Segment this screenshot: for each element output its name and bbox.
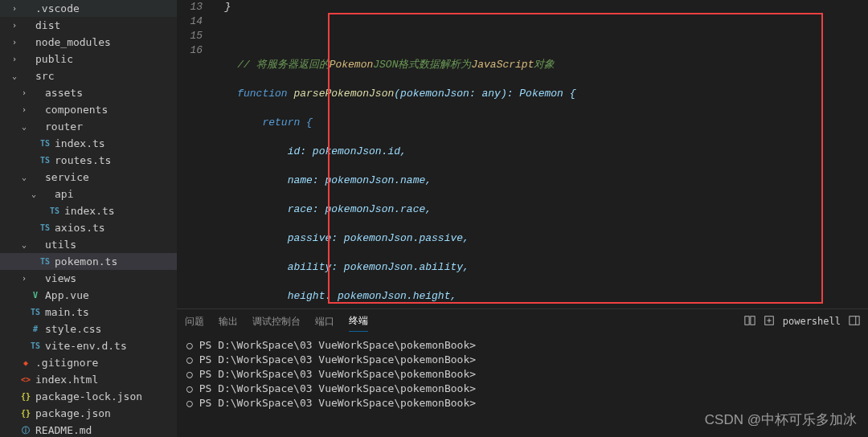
- svg-rect-1: [751, 316, 755, 325]
- tree-item-main-ts[interactable]: TSmain.ts: [0, 304, 177, 321]
- svg-rect-0: [745, 316, 749, 325]
- tree-label: router: [45, 120, 83, 133]
- file-icon: ◆: [19, 358, 32, 367]
- tree-item--vscode[interactable]: ›.vscode: [0, 0, 177, 17]
- file-icon: TS: [39, 139, 51, 148]
- code-editor[interactable]: 13141516 } // 将服务器返回的PokemonJSON格式数据解析为J…: [177, 0, 868, 308]
- file-icon: TS: [39, 257, 51, 266]
- tree-label: vite-env.d.ts: [45, 340, 127, 352]
- code-content[interactable]: } // 将服务器返回的PokemonJSON格式数据解析为JavaScript…: [212, 0, 868, 308]
- tree-item-components[interactable]: ›components: [0, 101, 177, 118]
- file-icon: {}: [19, 392, 32, 401]
- panel-layout-icon[interactable]: [849, 315, 860, 329]
- tree-item-README-md[interactable]: ⓘREADME.md: [0, 422, 177, 437]
- line-gutter: 13141516: [177, 0, 209, 308]
- chevron-right-icon: ›: [10, 4, 19, 13]
- tree-label: index.ts: [55, 137, 105, 149]
- tree-label: public: [35, 53, 73, 65]
- chevron-right-icon: ›: [19, 274, 29, 283]
- tree-label: node_modules: [35, 36, 111, 48]
- panel-tab-3[interactable]: 端口: [315, 312, 334, 332]
- panel-tab-4[interactable]: 终端: [349, 311, 368, 332]
- tree-item-api[interactable]: ⌄api: [0, 186, 177, 202]
- tree-item-App-vue[interactable]: VApp.vue: [0, 287, 177, 304]
- tree-label: components: [45, 104, 108, 116]
- tree-item-public[interactable]: ›public: [0, 51, 177, 67]
- tree-item-src[interactable]: ⌄src: [0, 67, 177, 84]
- add-terminal-icon[interactable]: [764, 315, 775, 329]
- chevron-right-icon: ›: [10, 21, 19, 30]
- tree-label: App.vue: [45, 289, 89, 301]
- panel-tab-0[interactable]: 问题: [185, 312, 204, 332]
- tree-label: main.ts: [45, 306, 89, 318]
- tree-label: package.json: [35, 407, 111, 419]
- tree-item-index-ts[interactable]: TSindex.ts: [0, 135, 177, 152]
- chevron-right-icon: ›: [19, 88, 29, 97]
- tree-item-router[interactable]: ⌄router: [0, 118, 177, 135]
- tree-item-assets[interactable]: ›assets: [0, 84, 177, 101]
- panel-right-controls: powershell: [744, 315, 860, 329]
- tree-item-vite-env-d-ts[interactable]: TSvite-env.d.ts: [0, 337, 177, 354]
- tree-label: package-lock.json: [35, 390, 142, 402]
- tree-label: routes.ts: [55, 154, 111, 166]
- tree-label: README.md: [35, 424, 92, 436]
- tree-item-routes-ts[interactable]: TSroutes.ts: [0, 152, 177, 169]
- chevron-right-icon: ›: [19, 105, 29, 114]
- tree-label: dist: [35, 19, 60, 31]
- tree-item-package-lock-json[interactable]: {}package-lock.json: [0, 388, 177, 405]
- explorer-sidebar[interactable]: ›.vscode›dist›node_modules›public⌄src›as…: [0, 0, 177, 437]
- tree-item-style-css[interactable]: #style.css: [0, 321, 177, 337]
- tree-label: index.html: [35, 374, 98, 386]
- tree-label: style.css: [45, 323, 101, 335]
- svg-rect-5: [850, 316, 859, 325]
- tree-label: views: [45, 272, 76, 284]
- chevron-down-icon: ⌄: [19, 240, 29, 249]
- file-icon: TS: [29, 341, 42, 350]
- file-icon: ⓘ: [19, 425, 32, 436]
- tree-item-index-ts[interactable]: TSindex.ts: [0, 202, 177, 219]
- tree-label: .vscode: [35, 2, 80, 14]
- tree-item-axios-ts[interactable]: TSaxios.ts: [0, 219, 177, 236]
- tree-item-dist[interactable]: ›dist: [0, 17, 177, 34]
- bottom-panel: 问题输出调试控制台端口终端 powershell ○ PS D:\WorkSpa…: [177, 308, 868, 437]
- tree-item--gitignore[interactable]: ◆.gitignore: [0, 354, 177, 371]
- tree-label: index.ts: [64, 205, 115, 217]
- tree-item-package-json[interactable]: {}package.json: [0, 405, 177, 422]
- file-icon: <>: [19, 375, 32, 384]
- file-icon: TS: [29, 308, 42, 317]
- tree-item-pokemon-ts[interactable]: TSpokemon.ts: [0, 253, 177, 270]
- chevron-down-icon: ⌄: [29, 190, 39, 198]
- tree-label: pokemon.ts: [55, 255, 117, 268]
- chevron-right-icon: ›: [10, 55, 19, 63]
- file-icon: TS: [39, 223, 51, 232]
- file-icon: #: [29, 325, 42, 333]
- tree-label: api: [55, 188, 73, 200]
- chevron-down-icon: ⌄: [19, 173, 29, 182]
- tree-item-index-html[interactable]: <>index.html: [0, 371, 177, 388]
- tree-label: .gitignore: [35, 357, 98, 369]
- main-area: 13141516 } // 将服务器返回的PokemonJSON格式数据解析为J…: [177, 0, 868, 437]
- tree-label: service: [45, 171, 89, 183]
- tree-item-utils[interactable]: ⌄utils: [0, 236, 177, 253]
- tree-label: src: [35, 70, 54, 82]
- tree-label: utils: [45, 239, 76, 251]
- tree-label: assets: [45, 87, 83, 99]
- panel-tab-1[interactable]: 输出: [219, 312, 238, 332]
- file-icon: {}: [19, 409, 32, 418]
- chevron-down-icon: ⌄: [19, 122, 29, 131]
- tree-item-service[interactable]: ⌄service: [0, 169, 177, 186]
- terminal-profile-label[interactable]: powershell: [783, 316, 841, 327]
- chevron-down-icon: ⌄: [10, 71, 19, 80]
- tree-label: axios.ts: [55, 222, 105, 234]
- tree-item-views[interactable]: ›views: [0, 270, 177, 287]
- split-icon[interactable]: [744, 315, 755, 329]
- panel-tab-2[interactable]: 调试控制台: [252, 312, 301, 332]
- file-icon: TS: [48, 206, 61, 215]
- file-icon: TS: [39, 156, 51, 165]
- terminal-output[interactable]: ○ PS D:\WorkSpace\03 VueWorkSpace\pokemo…: [177, 333, 868, 437]
- tree-item-node-modules[interactable]: ›node_modules: [0, 34, 177, 51]
- chevron-right-icon: ›: [10, 38, 19, 47]
- file-icon: V: [29, 291, 42, 300]
- panel-tabs: 问题输出调试控制台端口终端 powershell: [177, 309, 868, 333]
